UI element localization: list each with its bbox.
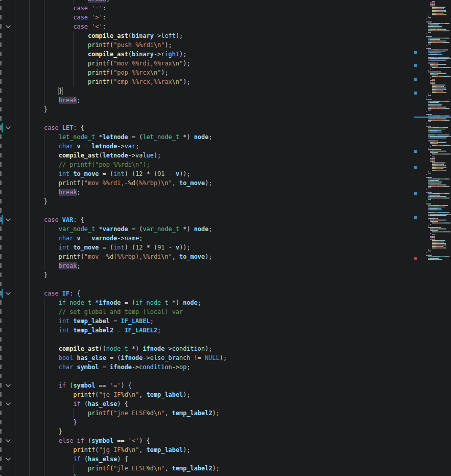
code-line[interactable]: } bbox=[0, 473, 414, 476]
code-line[interactable]: if (symbol == '=') { bbox=[0, 381, 414, 390]
indent-guide bbox=[29, 418, 30, 427]
indent-guide bbox=[29, 114, 30, 123]
code-line[interactable]: compile_ast(letnode->value); bbox=[0, 151, 414, 160]
code-line[interactable] bbox=[0, 114, 414, 123]
code-token: '=' bbox=[110, 382, 121, 389]
code-line[interactable]: printf("jle ELSE%d\n", temp_label2); bbox=[0, 464, 414, 473]
code-token: } bbox=[44, 106, 48, 113]
code-line[interactable]: int temp_label = IF_LABEL; bbox=[0, 316, 414, 326]
indent-guide bbox=[73, 409, 74, 418]
indent-guide bbox=[15, 105, 15, 114]
code-token: ; bbox=[77, 97, 81, 104]
code-line[interactable]: break; bbox=[0, 0, 414, 4]
code-token: ( bbox=[128, 32, 132, 39]
code-line[interactable]: int temp_label2 = IF_LABEL2; bbox=[0, 326, 414, 335]
word-highlight: break bbox=[59, 189, 77, 196]
code-token: // set global and temp (local) var bbox=[59, 308, 183, 315]
line-number-fragment bbox=[0, 447, 2, 452]
code-line[interactable]: printf("mov %%rdi,%%rax\n"); bbox=[0, 59, 414, 68]
indent-guide bbox=[44, 96, 44, 105]
indent-guide bbox=[44, 160, 44, 169]
code-line[interactable]: if (has_else) { bbox=[0, 399, 414, 409]
editor-text-area[interactable]: break;case '=':case '>':case '<':compile… bbox=[0, 0, 414, 476]
indent-guide bbox=[29, 96, 30, 105]
line-number-fragment bbox=[0, 282, 2, 286]
code-token: letnode bbox=[103, 152, 128, 159]
code-line[interactable] bbox=[0, 372, 414, 381]
code-text: compile_ast(letnode->value); bbox=[59, 151, 161, 160]
code-line[interactable]: char symbol = ifnode->condition->op; bbox=[0, 362, 414, 372]
code-line[interactable]: int to_move = (int) (12 * (91 - v)); bbox=[0, 243, 414, 252]
code-token bbox=[172, 170, 176, 177]
minimap-canvas[interactable] bbox=[414, 0, 451, 476]
code-line[interactable]: } bbox=[0, 105, 414, 114]
code-line[interactable]: printf("cmp %%rcx,%%rax\n"); bbox=[0, 77, 414, 86]
line-number-fragment bbox=[0, 180, 2, 185]
code-token: 12 bbox=[135, 244, 143, 251]
code-line[interactable]: printf("je IF%d\n", temp_label); bbox=[0, 390, 414, 399]
code-line[interactable]: case '=': bbox=[0, 4, 414, 13]
code-line[interactable] bbox=[0, 280, 414, 289]
code-line[interactable]: compile_ast((node_t *) ifnode->condition… bbox=[0, 344, 414, 353]
code-token: \n bbox=[154, 41, 161, 49]
code-text: printf("mov %%rdi,%%rax\n"); bbox=[88, 59, 191, 68]
code-line[interactable]: case LET: { bbox=[0, 123, 414, 132]
code-token: } bbox=[59, 428, 62, 435]
code-text: char v = letnode->var; bbox=[59, 142, 139, 151]
code-line[interactable]: break; bbox=[0, 188, 414, 197]
code-line[interactable]: bool has_else = (ifnode->else_branch != … bbox=[0, 353, 414, 362]
code-line[interactable]: else if (symbol == '<') { bbox=[0, 436, 414, 445]
code-line[interactable] bbox=[0, 206, 414, 215]
code-token: } bbox=[73, 419, 77, 426]
code-line[interactable]: compile_ast(binary->right); bbox=[0, 50, 414, 59]
code-line[interactable]: // printf("pop %%rdi\n"); bbox=[0, 160, 414, 169]
code-token: case bbox=[73, 14, 88, 21]
indent-guide bbox=[15, 151, 15, 160]
indent-guide bbox=[44, 436, 44, 445]
code-line[interactable]: case IF: { bbox=[0, 289, 414, 298]
code-line[interactable]: printf("mov %%rdi,-%d(%%rbp)\n", to_move… bbox=[0, 178, 414, 188]
code-line[interactable]: } bbox=[0, 197, 414, 206]
indent-guide bbox=[29, 445, 30, 455]
code-token: binary bbox=[132, 32, 154, 39]
code-line[interactable]: // set global and temp (local) var bbox=[0, 307, 414, 316]
code-line[interactable]: } bbox=[0, 418, 414, 427]
code-line[interactable]: printf("push %%rdi\n"); bbox=[0, 40, 414, 50]
code-line[interactable]: let_node_t *letnode = (let_node_t *) nod… bbox=[0, 132, 414, 142]
code-line[interactable] bbox=[0, 335, 414, 344]
git-change-indicator[interactable] bbox=[2, 215, 4, 224]
code-line[interactable]: } bbox=[0, 86, 414, 96]
code-line[interactable]: var_node_t *varnode = (var_node_t *) nod… bbox=[0, 224, 414, 234]
minimap[interactable] bbox=[414, 0, 451, 476]
code-token: ; bbox=[77, 189, 81, 196]
code-line[interactable]: break; bbox=[0, 261, 414, 270]
code-token: LET bbox=[62, 124, 73, 131]
code-line[interactable]: if_node_t *ifnode = (if_node_t *) node; bbox=[0, 298, 414, 307]
code-line[interactable]: case '>': bbox=[0, 13, 414, 22]
code-line[interactable]: compile_ast(binary->left); bbox=[0, 31, 414, 40]
code-line[interactable]: if (has_else) { bbox=[0, 455, 414, 464]
code-token: ) bbox=[186, 225, 194, 233]
line-number-fragment bbox=[0, 466, 2, 470]
code-line[interactable]: break; bbox=[0, 96, 414, 105]
indent-guide bbox=[44, 464, 44, 473]
git-change-indicator[interactable] bbox=[2, 289, 4, 298]
code-token: %%rdi bbox=[143, 253, 161, 260]
code-line[interactable]: case '<': bbox=[0, 22, 414, 31]
code-token: \n bbox=[128, 446, 135, 454]
code-token: value bbox=[135, 152, 154, 159]
code-line[interactable]: printf("jg IF%d\n", temp_label); bbox=[0, 445, 414, 455]
code-line[interactable]: printf("jne ELSE%d\n", temp_label2); bbox=[0, 409, 414, 418]
code-line[interactable]: } bbox=[0, 427, 414, 436]
code-line[interactable]: char v = varnode->name; bbox=[0, 234, 414, 243]
code-line[interactable]: printf("pop %%rcx\n"); bbox=[0, 68, 414, 77]
git-change-indicator[interactable] bbox=[2, 123, 4, 132]
code-line[interactable]: printf("mov -%d(%%rbp),%%rdi\n", to_move… bbox=[0, 252, 414, 261]
indent-guide bbox=[44, 224, 44, 234]
code-token: 91 bbox=[157, 244, 164, 251]
code-line[interactable]: char v = letnode->var; bbox=[0, 142, 414, 151]
line-number-fragment bbox=[0, 355, 2, 360]
code-line[interactable]: } bbox=[0, 270, 414, 280]
code-line[interactable]: int to_move = (int) (12 * (91 - v)); bbox=[0, 169, 414, 178]
code-line[interactable]: case VAR: { bbox=[0, 215, 414, 224]
